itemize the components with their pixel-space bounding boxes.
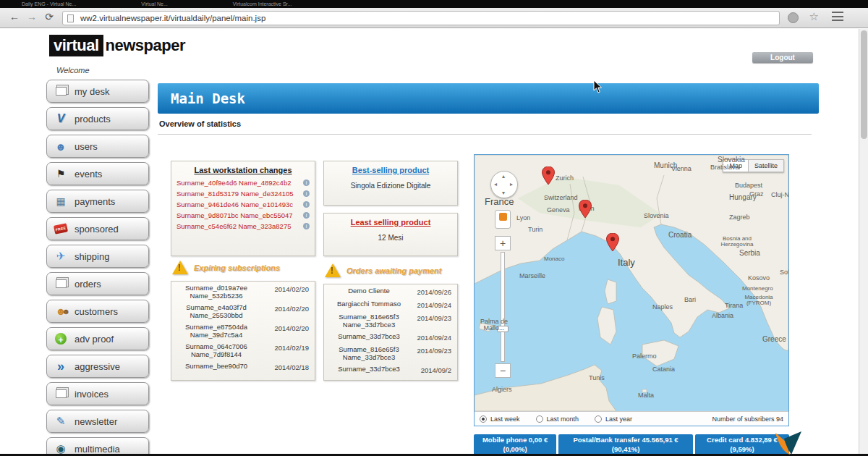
- map-label: Catania: [652, 366, 675, 373]
- page-scrollbar[interactable]: [859, 29, 868, 454]
- subscription-row[interactable]: Surname_064c7006 Name_7d9f81442014/02/19: [171, 340, 315, 360]
- pan-up-icon[interactable]: ▴: [502, 173, 505, 180]
- map-pan-control[interactable]: ▴ ▾ ◂ ▸: [490, 171, 518, 198]
- radio-icon[interactable]: [536, 415, 543, 423]
- workstation-row[interactable]: Surname_9d8071bc Name_ebc55047: [171, 210, 315, 221]
- sidebar-item-customers[interactable]: customers: [46, 300, 149, 323]
- info-icon[interactable]: [303, 212, 310, 219]
- sidebar-item-label: shipping: [75, 251, 109, 262]
- scrollbar-thumb[interactable]: [861, 30, 867, 139]
- browser-menu-icon[interactable]: [832, 12, 843, 21]
- info-icon[interactable]: [303, 223, 310, 229]
- map-label: Zurich: [556, 175, 574, 182]
- sidebar-item-label: customers: [75, 306, 118, 317]
- filter-last-year[interactable]: Last year: [595, 415, 632, 423]
- order-date: 2014/09/2: [421, 365, 451, 374]
- subscription-row[interactable]: Surname_bee90d702014/02/18: [171, 360, 315, 373]
- refresh-icon[interactable]: ⟳: [42, 11, 56, 22]
- map-label: Budapest: [735, 182, 762, 189]
- bookmark-star-icon[interactable]: ☆: [809, 10, 819, 23]
- subscriber-count: Number of subsribers 94: [712, 415, 783, 423]
- section-title: Expiring subscriptions: [194, 263, 280, 272]
- sidebar-item-users[interactable]: users: [46, 135, 149, 158]
- info-icon[interactable]: [303, 180, 310, 186]
- subscription-row[interactable]: Surname_d019a7ee Name_532b52362014/02/20: [171, 282, 315, 301]
- order-row[interactable]: Surname_816e65f3 Name_33d7bce32014/09/23: [324, 343, 457, 363]
- info-icon[interactable]: [303, 190, 310, 197]
- sidebar-item-newsletter[interactable]: newsletter: [46, 410, 149, 433]
- order-row[interactable]: Surname_33d7bce32014/09/24: [324, 330, 457, 343]
- subscriber-name: Surname_d019a7ee Name_532b5236: [177, 284, 255, 300]
- sidebar-item-shipping[interactable]: shipping: [46, 245, 149, 268]
- browser-tab[interactable]: Virtualcom Interactive Sr...: [233, 1, 292, 7]
- pan-right-icon[interactable]: ▸: [510, 181, 513, 187]
- customer-name: Bargiacchi Tommaso: [330, 300, 408, 309]
- map-marker[interactable]: [606, 233, 619, 252]
- url-bar[interactable]: ww2.virtualnewspaper.it/virtualdaily/pan…: [62, 11, 780, 25]
- workstation-row[interactable]: Surname_40f9e4d6 Name_4892c4b2: [171, 177, 315, 188]
- map-marker[interactable]: [542, 166, 555, 185]
- order-row[interactable]: Surname_33d7bce32014/09/2: [324, 363, 457, 376]
- street-view-pegman[interactable]: [495, 210, 511, 229]
- pan-down-icon[interactable]: ▾: [502, 190, 505, 196]
- subscription-row[interactable]: Surname_e4a03f7d Name_25530bbd2014/02/20: [171, 301, 315, 321]
- sidebar-item-events[interactable]: events: [46, 162, 149, 185]
- orders-icon: [54, 276, 68, 291]
- payment-stats: Mobile phone 0,00 €(0,00%) Postal/Bank t…: [474, 434, 789, 456]
- stat-label: Postal/Bank transfer 45.565,91 €: [558, 436, 693, 445]
- subscription-row[interactable]: Surname_e87504da Name_39d7c5a42014/02/20: [171, 321, 315, 340]
- zoom-in-button[interactable]: +: [495, 236, 511, 250]
- expiry-date: 2014/02/20: [274, 303, 309, 319]
- sidebar-item-label: adv proof: [75, 334, 114, 345]
- map-label: France: [485, 197, 514, 207]
- workstation-row[interactable]: Surname_81d53179 Name_de324105: [171, 188, 315, 199]
- filter-last-week[interactable]: Last week: [480, 415, 520, 423]
- filter-last-month[interactable]: Last month: [536, 415, 579, 423]
- sidebar-item-adv-proof[interactable]: adv proof: [46, 327, 149, 350]
- workstation-name: Surname_9d8071bc Name_ebc55047: [176, 211, 293, 219]
- sidebar-item-my-desk[interactable]: my desk: [46, 80, 149, 103]
- panel-title: Last workstation changes: [171, 161, 315, 177]
- page-title: Main Desk: [158, 83, 819, 114]
- sidebar-item-orders[interactable]: orders: [46, 272, 149, 295]
- map-label: Slovakia: [718, 156, 745, 164]
- map-label: Lyon: [516, 215, 530, 221]
- map-canvas[interactable]: Map Satellite ▴ ▾ ◂ ▸ + − FranceSwitzerl…: [475, 155, 788, 411]
- panel-title: Least selling product: [324, 214, 457, 229]
- order-date: 2014/09/24: [417, 332, 451, 342]
- browser-tab[interactable]: Virtual Ne...: [141, 1, 167, 7]
- shipping-icon: [54, 249, 68, 263]
- subscriber-name: Surname_064c7006 Name_7d9f8144: [177, 342, 255, 358]
- browser-tab[interactable]: Daily ENG - Virtual Ne...: [22, 1, 76, 7]
- map-label: Tunis: [589, 375, 605, 381]
- sidebar-item-sponsored[interactable]: sponsored: [46, 217, 149, 240]
- sidebar-item-payments[interactable]: payments: [46, 190, 149, 213]
- sidebar-item-products[interactable]: products: [46, 107, 149, 130]
- workstation-row[interactable]: Surname_c54e6f62 Name_323a8275: [171, 221, 315, 232]
- info-icon[interactable]: [303, 201, 310, 208]
- payments-icon: [54, 194, 68, 208]
- workstation-row[interactable]: Surname_9461de46 Name_e101493c: [171, 199, 315, 210]
- zoom-slider-track[interactable]: [501, 252, 505, 362]
- sidebar-item-label: aggressive: [75, 361, 120, 372]
- logout-button[interactable]: Logout: [752, 52, 813, 63]
- radio-icon[interactable]: [595, 415, 602, 423]
- page-icon: [67, 14, 74, 22]
- map-marker[interactable]: [579, 200, 592, 219]
- order-row[interactable]: Bargiacchi Tommaso2014/09/24: [324, 297, 457, 311]
- subscriber-name: Surname_e87504da Name_39d7c5a4: [177, 323, 255, 339]
- stat-mobile-phone: Mobile phone 0,00 €(0,00%): [474, 434, 556, 456]
- extension-badge-icon[interactable]: [788, 12, 799, 23]
- satellite-view-button[interactable]: Satellite: [749, 159, 784, 172]
- back-icon[interactable]: ←: [7, 11, 22, 22]
- order-row[interactable]: Demo Cliente2014/09/26: [324, 284, 457, 297]
- forward-icon[interactable]: →: [25, 11, 39, 22]
- radio-icon[interactable]: [480, 415, 487, 423]
- sidebar-item-invoices[interactable]: invoices: [46, 382, 149, 405]
- sidebar-item-aggressive[interactable]: aggressive: [46, 355, 149, 378]
- zoom-out-button[interactable]: −: [495, 363, 511, 378]
- pan-left-icon[interactable]: ◂: [494, 181, 497, 187]
- expiring-subscriptions-panel: Surname_d019a7ee Name_532b52362014/02/20…: [171, 281, 315, 381]
- map-label: Serbia: [739, 250, 760, 258]
- order-row[interactable]: Surname_816e65f3 Name_33d7bce32014/09/23: [324, 311, 457, 330]
